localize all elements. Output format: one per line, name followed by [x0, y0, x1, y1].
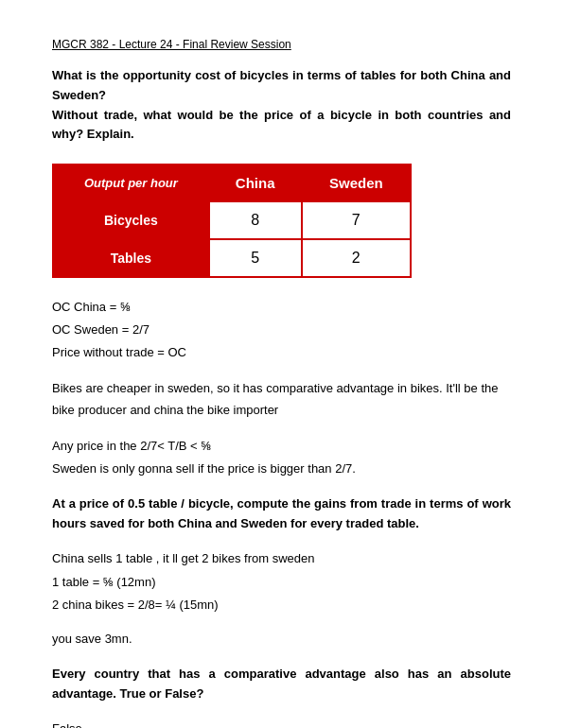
table-header-china: China [209, 165, 302, 201]
page-title: MGCR 382 - Lecture 24 - Final Review Ses… [52, 38, 511, 51]
price-range-line2: Sweden is only gonna sell if the price i… [52, 459, 511, 479]
tables-sweden-value: 2 [302, 239, 411, 277]
question-2-text: At a price of 0.5 table / bicycle, compu… [52, 494, 511, 534]
table-header-output: Output per hour [53, 165, 209, 201]
answer-text: False [52, 719, 511, 728]
china-sells-line2: 1 table = ⅝ (12mn) [52, 572, 511, 593]
table-row-tables: Tables 5 2 [53, 239, 411, 277]
question-1-line2: Without trade, what would be the price o… [52, 106, 511, 146]
oc-sweden-line: OC Sweden = 2/7 [52, 320, 511, 340]
price-range-line1: Any price in the 2/7< T/B < ⅝ [52, 436, 511, 457]
oc-china-line: OC China = ⅝ [52, 297, 511, 318]
price-range-block: Any price in the 2/7< T/B < ⅝ Sweden is … [52, 436, 511, 479]
comparative-advantage-block: Bikes are cheaper in sweden, so it has c… [52, 378, 511, 420]
question-1-block: What is the opportunity cost of bicycles… [52, 66, 511, 145]
tables-china-value: 5 [209, 239, 302, 277]
china-sells-line3: 2 china bikes = 2/8= ¼ (15mn) [52, 595, 511, 615]
row-label-tables: Tables [53, 239, 209, 277]
question-3-block: Every country that has a comparative adv… [52, 665, 511, 704]
table-row-bicycles: Bicycles 8 7 [53, 201, 411, 239]
china-sells-block: China sells 1 table , it ll get 2 bikes … [52, 548, 511, 615]
row-label-bicycles: Bicycles [53, 201, 209, 239]
question-3-text: Every country that has a comparative adv… [52, 665, 511, 704]
oc-analysis-block: OC China = ⅝ OC Sweden = 2/7 Price witho… [52, 297, 511, 363]
price-no-trade-line: Price without trade = OC [52, 342, 511, 363]
output-table: Output per hour China Sweden Bicycles 8 … [52, 164, 412, 278]
question-2-block: At a price of 0.5 table / bicycle, compu… [52, 494, 511, 534]
answer-block: False [52, 719, 511, 728]
table-header-sweden: Sweden [302, 165, 411, 201]
data-table-container: Output per hour China Sweden Bicycles 8 … [52, 164, 511, 278]
bicycles-sweden-value: 7 [302, 201, 411, 239]
savings-block: you save 3mn. [52, 629, 511, 650]
comparative-advantage-text: Bikes are cheaper in sweden, so it has c… [52, 378, 511, 420]
question-1-line1: What is the opportunity cost of bicycles… [52, 66, 511, 106]
bicycles-china-value: 8 [209, 201, 302, 239]
china-sells-line1: China sells 1 table , it ll get 2 bikes … [52, 548, 511, 569]
savings-text: you save 3mn. [52, 629, 511, 650]
